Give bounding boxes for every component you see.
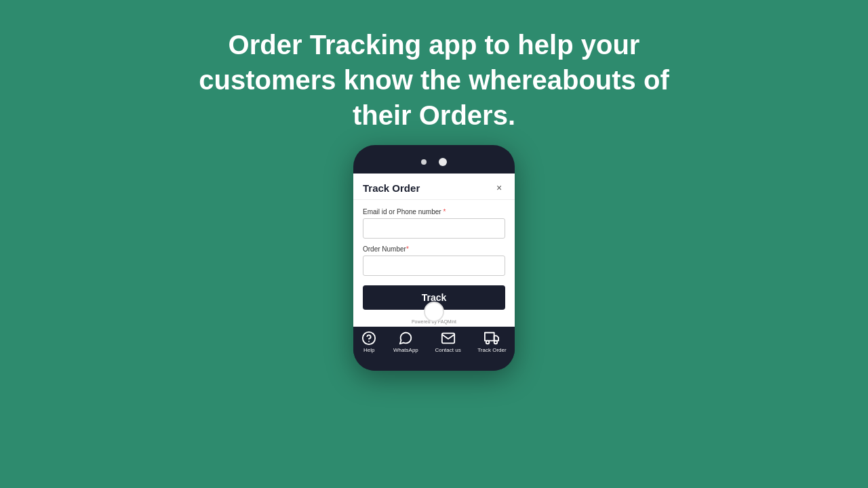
home-button[interactable] [424,302,444,322]
mail-icon [441,331,456,346]
page-headline: Order Tracking app to help your customer… [197,27,671,133]
modal-title: Track Order [363,182,420,194]
nav-track-order-label: Track Order [477,347,506,353]
email-phone-label-text: Email id or Phone number [363,208,441,216]
nav-whatsapp-label: WhatsApp [393,347,418,353]
nav-contact-label: Contact us [435,347,460,353]
modal-body: Email id or Phone number * Order Number*… [353,200,515,318]
phone-mockup: Track Order × Email id or Phone number *… [353,145,515,371]
bottom-nav: Help WhatsApp Contact us [353,327,515,356]
close-icon: × [496,182,502,193]
phone-frame: Track Order × Email id or Phone number *… [353,145,515,371]
email-phone-label: Email id or Phone number * [363,208,505,216]
phone-dot-center [439,158,447,166]
phone-top-bar [421,155,447,169]
modal-header: Track Order × [353,174,515,200]
nav-item-help[interactable]: Help [361,331,376,353]
phone-bottom-bar [353,356,515,371]
nav-item-track-order[interactable]: Track Order [477,331,506,353]
help-circle-icon [361,331,376,346]
order-number-required: * [406,245,409,253]
truck-icon [484,331,499,346]
email-phone-input[interactable] [363,218,505,239]
modal-close-button[interactable]: × [493,182,505,194]
whatsapp-icon [398,331,413,346]
svg-rect-2 [485,333,494,341]
phone-dot-left [421,159,427,165]
order-number-label: Order Number* [363,245,505,253]
order-number-label-text: Order Number [363,245,406,253]
nav-item-contact[interactable]: Contact us [435,331,460,353]
nav-help-label: Help [363,347,374,353]
svg-point-5 [494,341,498,344]
nav-item-whatsapp[interactable]: WhatsApp [393,331,418,353]
email-phone-required: * [441,208,446,216]
order-number-input[interactable] [363,256,505,276]
svg-point-4 [486,341,490,344]
svg-marker-3 [494,336,498,340]
